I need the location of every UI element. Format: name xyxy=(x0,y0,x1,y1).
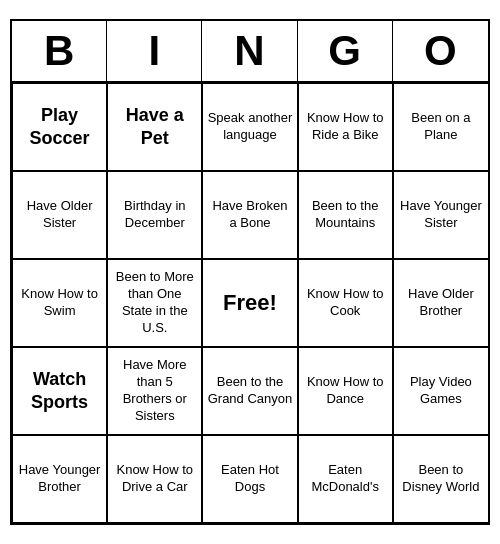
bingo-cell-21[interactable]: Know How to Drive a Car xyxy=(107,435,202,523)
bingo-cell-22[interactable]: Eaten Hot Dogs xyxy=(202,435,297,523)
bingo-cell-11[interactable]: Been to More than One State in the U.S. xyxy=(107,259,202,347)
bingo-cell-6[interactable]: Birthday in December xyxy=(107,171,202,259)
bingo-cell-16[interactable]: Have More than 5 Brothers or Sisters xyxy=(107,347,202,435)
bingo-cell-5[interactable]: Have Older Sister xyxy=(12,171,107,259)
bingo-cell-20[interactable]: Have Younger Brother xyxy=(12,435,107,523)
bingo-cell-1[interactable]: Have a Pet xyxy=(107,83,202,171)
bingo-letter-i: I xyxy=(107,21,202,81)
bingo-cell-18[interactable]: Know How to Dance xyxy=(298,347,393,435)
bingo-cell-17[interactable]: Been to the Grand Canyon xyxy=(202,347,297,435)
bingo-letter-g: G xyxy=(298,21,393,81)
bingo-cell-8[interactable]: Been to the Mountains xyxy=(298,171,393,259)
bingo-cell-7[interactable]: Have Broken a Bone xyxy=(202,171,297,259)
bingo-cell-13[interactable]: Know How to Cook xyxy=(298,259,393,347)
bingo-grid: Play SoccerHave a PetSpeak another langu… xyxy=(12,83,488,523)
bingo-cell-10[interactable]: Know How to Swim xyxy=(12,259,107,347)
bingo-cell-0[interactable]: Play Soccer xyxy=(12,83,107,171)
bingo-card: BINGO Play SoccerHave a PetSpeak another… xyxy=(10,19,490,525)
bingo-cell-12[interactable]: Free! xyxy=(202,259,297,347)
bingo-cell-24[interactable]: Been to Disney World xyxy=(393,435,488,523)
bingo-cell-2[interactable]: Speak another language xyxy=(202,83,297,171)
bingo-cell-15[interactable]: Watch Sports xyxy=(12,347,107,435)
bingo-cell-23[interactable]: Eaten McDonald's xyxy=(298,435,393,523)
bingo-cell-3[interactable]: Know How to Ride a Bike xyxy=(298,83,393,171)
bingo-cell-14[interactable]: Have Older Brother xyxy=(393,259,488,347)
bingo-header: BINGO xyxy=(12,21,488,83)
bingo-cell-4[interactable]: Been on a Plane xyxy=(393,83,488,171)
bingo-letter-b: B xyxy=(12,21,107,81)
bingo-cell-9[interactable]: Have Younger Sister xyxy=(393,171,488,259)
bingo-letter-n: N xyxy=(202,21,297,81)
bingo-cell-19[interactable]: Play Video Games xyxy=(393,347,488,435)
bingo-letter-o: O xyxy=(393,21,488,81)
